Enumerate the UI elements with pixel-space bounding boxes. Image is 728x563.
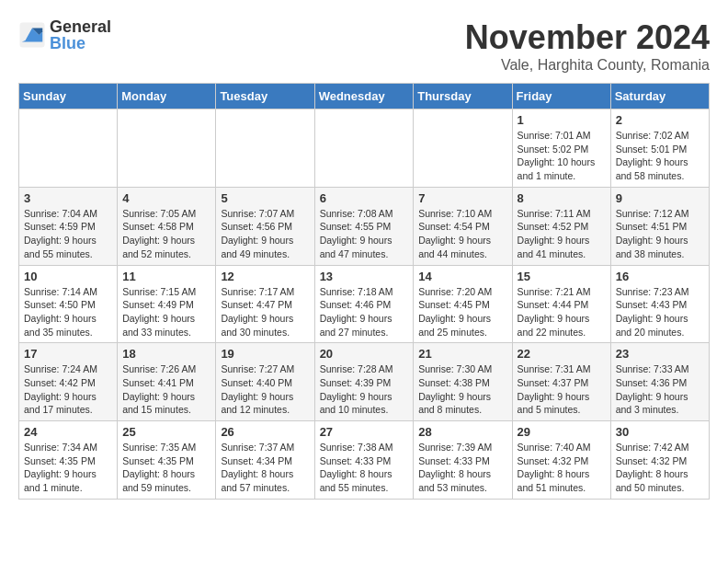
day-info: Sunrise: 7:01 AMSunset: 5:02 PMDaylight:… xyxy=(518,129,606,183)
day-of-week-header: Thursday xyxy=(414,84,512,109)
day-info: Sunrise: 7:35 AMSunset: 4:35 PMDaylight:… xyxy=(122,441,210,495)
calendar-cell: 10Sunrise: 7:14 AMSunset: 4:50 PMDayligh… xyxy=(19,265,118,343)
calendar-cell: 4Sunrise: 7:05 AMSunset: 4:58 PMDaylight… xyxy=(118,187,216,265)
calendar-table: SundayMondayTuesdayWednesdayThursdayFrid… xyxy=(18,83,710,500)
day-info: Sunrise: 7:14 AMSunset: 4:50 PMDaylight:… xyxy=(24,285,112,339)
day-number: 5 xyxy=(221,191,309,205)
day-of-week-header: Tuesday xyxy=(216,84,314,109)
day-info: Sunrise: 7:04 AMSunset: 4:59 PMDaylight:… xyxy=(24,207,112,261)
day-of-week-header: Friday xyxy=(512,84,610,109)
calendar-week-row: 17Sunrise: 7:24 AMSunset: 4:42 PMDayligh… xyxy=(19,343,710,421)
calendar-cell: 21Sunrise: 7:30 AMSunset: 4:38 PMDayligh… xyxy=(414,343,512,421)
calendar-cell xyxy=(19,109,118,188)
calendar-cell: 28Sunrise: 7:39 AMSunset: 4:33 PMDayligh… xyxy=(414,421,512,500)
day-info: Sunrise: 7:37 AMSunset: 4:34 PMDaylight:… xyxy=(221,441,309,495)
day-of-week-header: Wednesday xyxy=(314,84,414,109)
month-title: November 2024 xyxy=(465,18,710,57)
day-info: Sunrise: 7:28 AMSunset: 4:39 PMDaylight:… xyxy=(320,362,409,417)
calendar-cell: 18Sunrise: 7:26 AMSunset: 4:41 PMDayligh… xyxy=(118,343,216,421)
day-number: 9 xyxy=(616,191,704,205)
calendar-cell: 26Sunrise: 7:37 AMSunset: 4:34 PMDayligh… xyxy=(216,421,314,500)
day-number: 1 xyxy=(518,113,606,127)
day-number: 25 xyxy=(122,425,210,439)
logo-text: General Blue xyxy=(50,18,111,52)
day-info: Sunrise: 7:27 AMSunset: 4:40 PMDaylight:… xyxy=(221,362,309,417)
day-number: 17 xyxy=(24,347,112,361)
day-info: Sunrise: 7:05 AMSunset: 4:58 PMDaylight:… xyxy=(122,207,210,261)
calendar-cell: 20Sunrise: 7:28 AMSunset: 4:39 PMDayligh… xyxy=(314,343,414,421)
day-info: Sunrise: 7:34 AMSunset: 4:35 PMDaylight:… xyxy=(24,441,112,495)
day-number: 26 xyxy=(221,425,309,439)
calendar-cell xyxy=(414,109,512,188)
calendar-cell: 25Sunrise: 7:35 AMSunset: 4:35 PMDayligh… xyxy=(118,421,216,500)
logo-line2: Blue xyxy=(50,35,111,52)
day-info: Sunrise: 7:10 AMSunset: 4:54 PMDaylight:… xyxy=(418,207,506,261)
day-number: 23 xyxy=(616,347,704,361)
calendar-cell: 1Sunrise: 7:01 AMSunset: 5:02 PMDaylight… xyxy=(512,109,610,188)
calendar-cell: 16Sunrise: 7:23 AMSunset: 4:43 PMDayligh… xyxy=(610,265,709,343)
day-of-week-header: Monday xyxy=(118,84,216,109)
calendar-cell: 11Sunrise: 7:15 AMSunset: 4:49 PMDayligh… xyxy=(118,265,216,343)
day-number: 21 xyxy=(418,347,506,361)
day-info: Sunrise: 7:08 AMSunset: 4:55 PMDaylight:… xyxy=(320,207,409,261)
day-number: 3 xyxy=(24,191,112,205)
day-number: 28 xyxy=(418,425,506,439)
day-of-week-header: Sunday xyxy=(19,84,118,109)
title-block: November 2024 Vale, Harghita County, Rom… xyxy=(465,18,710,74)
day-info: Sunrise: 7:15 AMSunset: 4:49 PMDaylight:… xyxy=(122,285,210,339)
day-number: 10 xyxy=(24,270,112,283)
calendar-cell: 6Sunrise: 7:08 AMSunset: 4:55 PMDaylight… xyxy=(314,187,414,265)
day-info: Sunrise: 7:26 AMSunset: 4:41 PMDaylight:… xyxy=(122,362,210,417)
calendar-cell: 9Sunrise: 7:12 AMSunset: 4:51 PMDaylight… xyxy=(610,187,709,265)
day-number: 6 xyxy=(320,191,409,205)
calendar-week-row: 10Sunrise: 7:14 AMSunset: 4:50 PMDayligh… xyxy=(19,265,710,343)
day-info: Sunrise: 7:11 AMSunset: 4:52 PMDaylight:… xyxy=(518,207,606,261)
calendar-cell: 2Sunrise: 7:02 AMSunset: 5:01 PMDaylight… xyxy=(610,109,709,188)
calendar-header-row: SundayMondayTuesdayWednesdayThursdayFrid… xyxy=(19,84,710,109)
day-number: 15 xyxy=(518,270,606,283)
day-number: 20 xyxy=(320,347,409,361)
day-number: 2 xyxy=(616,113,704,127)
calendar-cell: 30Sunrise: 7:42 AMSunset: 4:32 PMDayligh… xyxy=(610,421,709,500)
day-info: Sunrise: 7:39 AMSunset: 4:33 PMDaylight:… xyxy=(418,441,506,495)
day-info: Sunrise: 7:24 AMSunset: 4:42 PMDaylight:… xyxy=(24,362,112,417)
logo: General Blue xyxy=(18,18,111,52)
day-info: Sunrise: 7:02 AMSunset: 5:01 PMDaylight:… xyxy=(616,129,704,183)
day-info: Sunrise: 7:07 AMSunset: 4:56 PMDaylight:… xyxy=(221,207,309,261)
calendar-week-row: 1Sunrise: 7:01 AMSunset: 5:02 PMDaylight… xyxy=(19,109,710,188)
day-number: 13 xyxy=(320,270,409,283)
calendar-week-row: 24Sunrise: 7:34 AMSunset: 4:35 PMDayligh… xyxy=(19,421,710,500)
day-number: 14 xyxy=(418,270,506,283)
calendar-cell: 27Sunrise: 7:38 AMSunset: 4:33 PMDayligh… xyxy=(314,421,414,500)
calendar-cell: 22Sunrise: 7:31 AMSunset: 4:37 PMDayligh… xyxy=(512,343,610,421)
day-number: 29 xyxy=(518,425,606,439)
day-info: Sunrise: 7:33 AMSunset: 4:36 PMDaylight:… xyxy=(616,362,704,417)
calendar-cell: 7Sunrise: 7:10 AMSunset: 4:54 PMDaylight… xyxy=(414,187,512,265)
day-info: Sunrise: 7:31 AMSunset: 4:37 PMDaylight:… xyxy=(518,362,606,417)
logo-line1: General xyxy=(50,18,111,35)
logo-icon xyxy=(18,21,46,49)
day-info: Sunrise: 7:23 AMSunset: 4:43 PMDaylight:… xyxy=(616,285,704,339)
calendar-cell: 19Sunrise: 7:27 AMSunset: 4:40 PMDayligh… xyxy=(216,343,314,421)
day-number: 8 xyxy=(518,191,606,205)
day-number: 12 xyxy=(221,270,309,283)
calendar-week-row: 3Sunrise: 7:04 AMSunset: 4:59 PMDaylight… xyxy=(19,187,710,265)
day-info: Sunrise: 7:17 AMSunset: 4:47 PMDaylight:… xyxy=(221,285,309,339)
calendar-cell: 29Sunrise: 7:40 AMSunset: 4:32 PMDayligh… xyxy=(512,421,610,500)
day-number: 11 xyxy=(122,270,210,283)
day-number: 24 xyxy=(24,425,112,439)
calendar-cell: 3Sunrise: 7:04 AMSunset: 4:59 PMDaylight… xyxy=(19,187,118,265)
calendar-cell: 12Sunrise: 7:17 AMSunset: 4:47 PMDayligh… xyxy=(216,265,314,343)
day-of-week-header: Saturday xyxy=(610,84,709,109)
day-number: 19 xyxy=(221,347,309,361)
calendar-cell: 15Sunrise: 7:21 AMSunset: 4:44 PMDayligh… xyxy=(512,265,610,343)
calendar-cell: 23Sunrise: 7:33 AMSunset: 4:36 PMDayligh… xyxy=(610,343,709,421)
day-info: Sunrise: 7:20 AMSunset: 4:45 PMDaylight:… xyxy=(418,285,506,339)
calendar-cell xyxy=(314,109,414,188)
day-info: Sunrise: 7:30 AMSunset: 4:38 PMDaylight:… xyxy=(418,362,506,417)
day-number: 22 xyxy=(518,347,606,361)
calendar-cell: 17Sunrise: 7:24 AMSunset: 4:42 PMDayligh… xyxy=(19,343,118,421)
day-info: Sunrise: 7:12 AMSunset: 4:51 PMDaylight:… xyxy=(616,207,704,261)
day-info: Sunrise: 7:18 AMSunset: 4:46 PMDaylight:… xyxy=(320,285,409,339)
calendar-cell: 24Sunrise: 7:34 AMSunset: 4:35 PMDayligh… xyxy=(19,421,118,500)
